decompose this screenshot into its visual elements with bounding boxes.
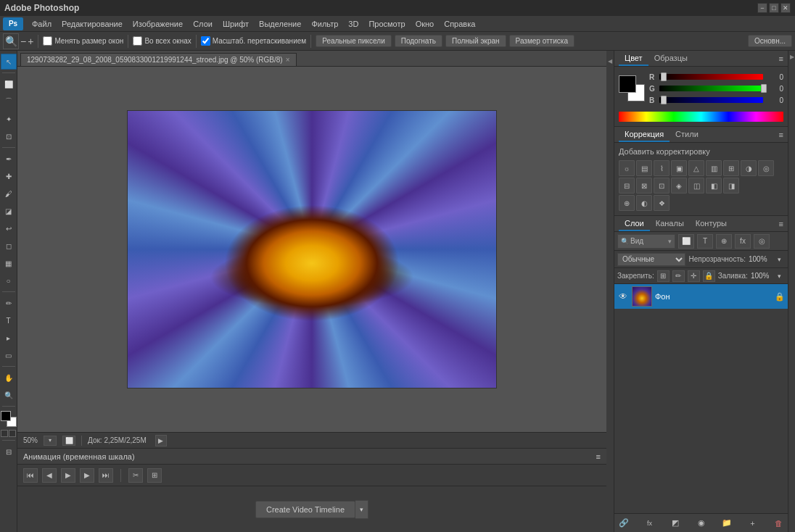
tool-clone[interactable]: ◪ [1, 203, 17, 219]
tl-duplicate-icon[interactable]: ⊞ [147, 468, 162, 483]
tl-first-frame[interactable]: ⏮ [23, 468, 38, 483]
tool-history-brush[interactable]: ↩ [1, 220, 17, 236]
layer-row[interactable]: 👁 Фон 🔒 [614, 284, 788, 309]
tool-gradient[interactable]: ▦ [1, 255, 17, 271]
menu-edit[interactable]: Редактирование [57, 18, 127, 30]
new-layer-icon[interactable]: + [746, 517, 759, 530]
layer-filter-btn-4[interactable]: fx [735, 234, 751, 249]
layer-filter-btn-3[interactable]: ⊕ [716, 234, 732, 249]
foreground-color-swatch[interactable] [619, 75, 636, 93]
green-slider[interactable] [659, 86, 763, 91]
quick-mask-icon[interactable] [9, 430, 16, 437]
tool-text[interactable]: T [1, 312, 17, 328]
brightness-icon[interactable]: ☼ [619, 160, 635, 176]
create-video-timeline-button[interactable]: Create Video Timeline [255, 501, 355, 518]
color-balance-icon[interactable]: ⊞ [723, 160, 739, 176]
layer-link-icon[interactable]: 🔗 [617, 517, 630, 530]
tool-move[interactable]: ↖ [1, 54, 17, 70]
filter-dropdown-icon[interactable]: ▾ [668, 238, 672, 245]
close-button[interactable]: ✕ [780, 3, 791, 13]
fg-bg-swatches[interactable] [619, 75, 645, 101]
tool-zoom[interactable]: 🔍 [1, 387, 17, 403]
zoom-tool-icon[interactable]: 🔍 [3, 33, 19, 49]
menu-font[interactable]: Шрифт [218, 18, 253, 30]
levels-icon[interactable]: ▤ [636, 160, 652, 176]
fill-screen-button[interactable]: Полный экран [445, 35, 506, 47]
zoom-in-icon[interactable]: + [28, 36, 33, 47]
photo-filter-icon[interactable]: ◎ [758, 160, 774, 176]
tool-quick-select[interactable]: ✦ [1, 111, 17, 127]
tab-layers[interactable]: Слои [619, 217, 650, 231]
print-size-button[interactable]: Размер оттиска [509, 35, 574, 47]
tab-channels[interactable]: Каналы [650, 217, 690, 231]
tl-next-frame[interactable]: ▶ [80, 468, 94, 483]
pattern-icon[interactable]: ◐ [636, 195, 652, 211]
tool-eyedropper[interactable]: ✒ [1, 151, 17, 167]
standard-mode-icon[interactable] [1, 430, 8, 437]
layer-filter-btn-5[interactable]: ◎ [754, 234, 770, 249]
lock-position-icon[interactable]: ✛ [688, 270, 700, 282]
tl-play[interactable]: ▶ [61, 468, 75, 483]
zoom-menu-icon[interactable]: ▾ [44, 436, 57, 446]
red-slider[interactable] [659, 74, 763, 80]
lock-all-icon[interactable]: 🔒 [703, 270, 715, 282]
menu-3d[interactable]: 3D [344, 18, 363, 30]
tool-lasso[interactable]: ⌒ [1, 93, 17, 109]
selective-color-icon[interactable]: ◨ [723, 178, 739, 194]
layer-fx-icon[interactable]: fx [643, 517, 656, 530]
actual-pixels-button[interactable]: Реальные пиксели [316, 35, 392, 47]
tool-marquee[interactable]: ⬜ [1, 76, 17, 92]
tab-contours[interactable]: Контуры [690, 217, 733, 231]
layer-adj-icon[interactable]: ◉ [695, 517, 708, 530]
expand-right-arrow[interactable]: ▶ [790, 54, 794, 60]
workspace-button[interactable]: Основн... [748, 35, 792, 47]
scrubby-zoom-checkbox[interactable]: Масштаб. перетаскиванием [201, 36, 306, 46]
tool-path-select[interactable]: ▸ [1, 330, 17, 346]
maximize-button[interactable]: □ [769, 3, 779, 13]
blend-mode-select[interactable]: Обычные [617, 253, 685, 266]
correction-panel-menu-icon[interactable]: ≡ [779, 130, 783, 139]
zoom-out-icon[interactable]: − [20, 36, 26, 47]
channel-mixer-icon[interactable]: ⊟ [619, 178, 635, 194]
tab-samples[interactable]: Образцы [648, 51, 693, 66]
bw-icon[interactable]: ◑ [741, 160, 757, 176]
tl-prev-frame[interactable]: ◀ [42, 468, 57, 483]
lock-transparent-icon[interactable]: ⊞ [657, 270, 670, 282]
threshold-icon[interactable]: ◫ [688, 178, 704, 194]
solid-color-icon[interactable]: ❖ [654, 195, 670, 211]
timeline-menu-icon[interactable]: ≡ [596, 452, 601, 461]
invert-icon[interactable]: ⊡ [654, 178, 670, 194]
menu-window[interactable]: Окно [411, 18, 439, 30]
tab-close-button[interactable]: × [286, 56, 290, 64]
all-windows-checkbox[interactable]: Во всех окнах [133, 36, 191, 46]
tab-color[interactable]: Цвет [619, 51, 648, 66]
opacity-value[interactable]: 100% [749, 255, 770, 263]
layer-visibility-icon[interactable]: 👁 [617, 291, 629, 302]
tool-pen[interactable]: ✏ [1, 295, 17, 311]
tool-crop[interactable]: ⊡ [1, 128, 17, 144]
tool-eraser[interactable]: ◻ [1, 238, 17, 254]
tool-dodge[interactable]: ○ [1, 273, 17, 288]
status-arrow-icon[interactable]: ▶ [155, 435, 167, 446]
spectrum-bar[interactable] [619, 112, 783, 122]
layers-panel-menu-icon[interactable]: ≡ [779, 220, 783, 228]
lock-pixels-icon[interactable]: ✏ [672, 270, 685, 282]
layer-group-icon[interactable]: 📁 [720, 517, 733, 530]
layer-filter-input[interactable]: 🔍 Вид ▾ [617, 234, 675, 249]
tab-correction[interactable]: Коррекция [619, 128, 670, 142]
layer-mask-icon[interactable]: ◩ [669, 517, 682, 530]
fill-arrows[interactable]: ▾ [774, 270, 785, 282]
color-lookup-icon[interactable]: ⊠ [636, 178, 652, 194]
status-info-icon[interactable]: ⬜ [62, 436, 75, 446]
opacity-arrows[interactable]: ▾ [773, 254, 785, 265]
color-panel-menu-icon[interactable]: ≡ [779, 54, 783, 63]
canvas-area[interactable] [17, 67, 606, 432]
ps-icon[interactable]: Ps [3, 17, 23, 30]
blue-slider[interactable] [659, 97, 763, 103]
layer-filter-btn-1[interactable]: ⬜ [678, 234, 694, 249]
screen-mode-icon[interactable]: ⊟ [1, 444, 17, 460]
posterize-icon[interactable]: ◈ [671, 178, 687, 194]
delete-layer-icon[interactable]: 🗑 [772, 517, 785, 530]
curves-icon[interactable]: ⌇ [654, 160, 670, 176]
fill-value[interactable]: 100% [751, 272, 771, 280]
